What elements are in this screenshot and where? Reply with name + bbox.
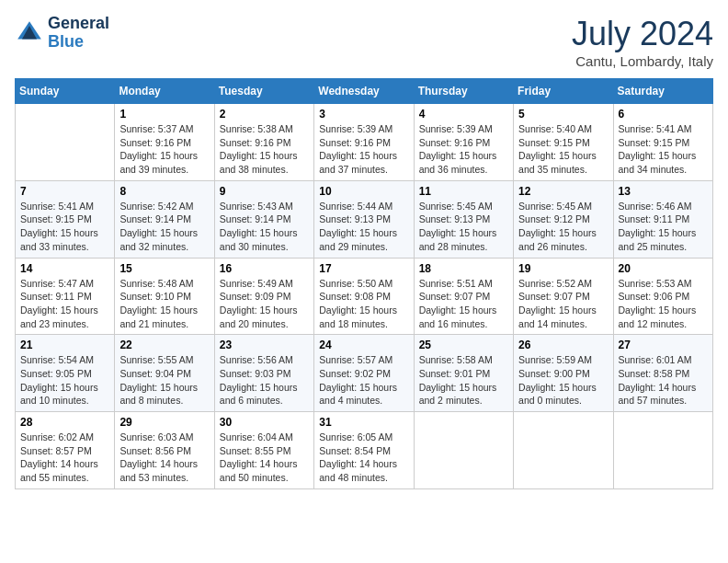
day-info: Sunrise: 5:43 AMSunset: 9:14 PMDaylight:… bbox=[220, 200, 309, 254]
day-info: Sunrise: 5:49 AMSunset: 9:09 PMDaylight:… bbox=[220, 277, 309, 331]
day-number: 22 bbox=[119, 339, 209, 351]
day-number: 12 bbox=[518, 185, 608, 198]
week-row-3: 14Sunrise: 5:47 AMSunset: 9:11 PMDayligh… bbox=[16, 258, 713, 335]
day-info: Sunrise: 5:41 AMSunset: 9:15 PMDaylight:… bbox=[619, 122, 708, 177]
day-number: 1 bbox=[119, 108, 209, 121]
day-info: Sunrise: 5:51 AMSunset: 9:07 PMDaylight:… bbox=[419, 277, 508, 331]
day-info: Sunrise: 5:44 AMSunset: 9:13 PMDaylight:… bbox=[319, 200, 408, 254]
day-number: 17 bbox=[319, 262, 408, 275]
weekday-header-saturday: Saturday bbox=[613, 79, 712, 104]
calendar-cell: 31Sunrise: 6:05 AMSunset: 8:54 PMDayligh… bbox=[314, 412, 414, 489]
day-info: Sunrise: 5:45 AMSunset: 9:12 PMDaylight:… bbox=[518, 200, 608, 254]
calendar-cell: 3Sunrise: 5:39 AMSunset: 9:16 PMDaylight… bbox=[314, 104, 414, 181]
day-number: 4 bbox=[419, 108, 508, 121]
day-number: 15 bbox=[119, 262, 209, 275]
calendar-cell bbox=[514, 412, 613, 489]
day-info: Sunrise: 5:39 AMSunset: 9:16 PMDaylight:… bbox=[319, 122, 408, 177]
calendar-cell: 24Sunrise: 5:57 AMSunset: 9:02 PMDayligh… bbox=[314, 335, 414, 412]
day-number: 10 bbox=[319, 185, 408, 198]
day-info: Sunrise: 5:37 AMSunset: 9:16 PMDaylight:… bbox=[119, 122, 209, 177]
calendar-cell: 27Sunrise: 6:01 AMSunset: 8:58 PMDayligh… bbox=[613, 335, 712, 412]
day-info: Sunrise: 5:47 AMSunset: 9:11 PMDaylight:… bbox=[20, 277, 109, 331]
calendar-cell: 17Sunrise: 5:50 AMSunset: 9:08 PMDayligh… bbox=[314, 258, 414, 335]
weekday-header-thursday: Thursday bbox=[414, 79, 513, 104]
day-number: 23 bbox=[220, 339, 309, 351]
day-info: Sunrise: 5:45 AMSunset: 9:13 PMDaylight:… bbox=[419, 200, 508, 254]
day-number: 16 bbox=[220, 262, 309, 275]
day-number: 26 bbox=[518, 339, 608, 351]
calendar-cell: 8Sunrise: 5:42 AMSunset: 9:14 PMDaylight… bbox=[115, 180, 214, 258]
day-info: Sunrise: 5:58 AMSunset: 9:01 PMDaylight:… bbox=[419, 353, 508, 408]
day-number: 14 bbox=[20, 262, 109, 275]
day-info: Sunrise: 5:55 AMSunset: 9:04 PMDaylight:… bbox=[119, 353, 209, 408]
calendar-cell: 15Sunrise: 5:48 AMSunset: 9:10 PMDayligh… bbox=[115, 258, 214, 335]
calendar-cell: 29Sunrise: 6:03 AMSunset: 8:56 PMDayligh… bbox=[115, 412, 214, 489]
day-number: 8 bbox=[119, 185, 209, 198]
day-info: Sunrise: 5:48 AMSunset: 9:10 PMDaylight:… bbox=[119, 277, 209, 331]
calendar-cell: 21Sunrise: 5:54 AMSunset: 9:05 PMDayligh… bbox=[16, 335, 115, 412]
calendar-cell bbox=[16, 104, 115, 181]
day-number: 6 bbox=[619, 108, 708, 121]
day-number: 3 bbox=[319, 108, 408, 121]
day-info: Sunrise: 5:53 AMSunset: 9:06 PMDaylight:… bbox=[619, 277, 708, 331]
day-number: 21 bbox=[20, 339, 109, 351]
week-row-5: 28Sunrise: 6:02 AMSunset: 8:57 PMDayligh… bbox=[16, 412, 713, 489]
day-number: 19 bbox=[518, 262, 608, 275]
calendar-cell: 30Sunrise: 6:04 AMSunset: 8:55 PMDayligh… bbox=[214, 412, 313, 489]
week-row-2: 7Sunrise: 5:41 AMSunset: 9:15 PMDaylight… bbox=[16, 180, 713, 258]
month-title: July 2024 bbox=[572, 15, 713, 53]
calendar-cell: 22Sunrise: 5:55 AMSunset: 9:04 PMDayligh… bbox=[115, 335, 214, 412]
day-number: 27 bbox=[619, 339, 708, 351]
calendar-cell: 14Sunrise: 5:47 AMSunset: 9:11 PMDayligh… bbox=[16, 258, 115, 335]
day-number: 13 bbox=[619, 185, 708, 198]
day-info: Sunrise: 5:46 AMSunset: 9:11 PMDaylight:… bbox=[619, 200, 708, 254]
calendar-cell: 5Sunrise: 5:40 AMSunset: 9:15 PMDaylight… bbox=[514, 104, 613, 181]
day-info: Sunrise: 5:39 AMSunset: 9:16 PMDaylight:… bbox=[419, 122, 508, 177]
day-info: Sunrise: 6:02 AMSunset: 8:57 PMDaylight:… bbox=[20, 431, 109, 485]
day-info: Sunrise: 5:56 AMSunset: 9:03 PMDaylight:… bbox=[220, 353, 309, 408]
day-number: 11 bbox=[419, 185, 508, 198]
day-info: Sunrise: 5:42 AMSunset: 9:14 PMDaylight:… bbox=[119, 200, 209, 254]
week-row-1: 1Sunrise: 5:37 AMSunset: 9:16 PMDaylight… bbox=[16, 104, 713, 181]
week-row-4: 21Sunrise: 5:54 AMSunset: 9:05 PMDayligh… bbox=[16, 335, 713, 412]
logo-icon bbox=[15, 18, 44, 48]
day-info: Sunrise: 6:05 AMSunset: 8:54 PMDaylight:… bbox=[319, 431, 408, 485]
weekday-header-sunday: Sunday bbox=[16, 79, 115, 104]
calendar-cell: 26Sunrise: 5:59 AMSunset: 9:00 PMDayligh… bbox=[514, 335, 613, 412]
day-number: 5 bbox=[518, 108, 608, 121]
day-info: Sunrise: 5:52 AMSunset: 9:07 PMDaylight:… bbox=[518, 277, 608, 331]
calendar-cell: 6Sunrise: 5:41 AMSunset: 9:15 PMDaylight… bbox=[613, 104, 712, 181]
calendar-cell: 28Sunrise: 6:02 AMSunset: 8:57 PMDayligh… bbox=[16, 412, 115, 489]
logo-text: General Blue bbox=[48, 15, 109, 52]
calendar-cell: 25Sunrise: 5:58 AMSunset: 9:01 PMDayligh… bbox=[414, 335, 513, 412]
calendar-cell: 4Sunrise: 5:39 AMSunset: 9:16 PMDaylight… bbox=[414, 104, 513, 181]
day-number: 2 bbox=[220, 108, 309, 121]
day-number: 7 bbox=[20, 185, 109, 198]
title-block: July 2024 Cantu, Lombardy, Italy bbox=[572, 15, 713, 69]
weekday-header-wednesday: Wednesday bbox=[314, 79, 414, 104]
day-number: 24 bbox=[319, 339, 408, 351]
calendar-cell: 2Sunrise: 5:38 AMSunset: 9:16 PMDaylight… bbox=[214, 104, 313, 181]
day-info: Sunrise: 6:03 AMSunset: 8:56 PMDaylight:… bbox=[119, 431, 209, 485]
calendar-cell: 18Sunrise: 5:51 AMSunset: 9:07 PMDayligh… bbox=[414, 258, 513, 335]
location-title: Cantu, Lombardy, Italy bbox=[572, 53, 713, 69]
calendar-cell bbox=[613, 412, 712, 489]
page-header: General Blue July 2024 Cantu, Lombardy, … bbox=[15, 15, 713, 69]
day-info: Sunrise: 5:50 AMSunset: 9:08 PMDaylight:… bbox=[319, 277, 408, 331]
day-info: Sunrise: 5:59 AMSunset: 9:00 PMDaylight:… bbox=[518, 353, 608, 408]
calendar-cell: 7Sunrise: 5:41 AMSunset: 9:15 PMDaylight… bbox=[16, 180, 115, 258]
day-number: 20 bbox=[619, 262, 708, 275]
day-number: 31 bbox=[319, 416, 408, 429]
day-number: 25 bbox=[419, 339, 508, 351]
calendar-table: SundayMondayTuesdayWednesdayThursdayFrid… bbox=[15, 78, 713, 489]
day-info: Sunrise: 6:01 AMSunset: 8:58 PMDaylight:… bbox=[619, 353, 708, 408]
day-info: Sunrise: 5:57 AMSunset: 9:02 PMDaylight:… bbox=[319, 353, 408, 408]
calendar-cell: 11Sunrise: 5:45 AMSunset: 9:13 PMDayligh… bbox=[414, 180, 513, 258]
day-number: 28 bbox=[20, 416, 109, 429]
calendar-cell: 10Sunrise: 5:44 AMSunset: 9:13 PMDayligh… bbox=[314, 180, 414, 258]
day-info: Sunrise: 5:54 AMSunset: 9:05 PMDaylight:… bbox=[20, 353, 109, 408]
day-number: 18 bbox=[419, 262, 508, 275]
calendar-cell: 12Sunrise: 5:45 AMSunset: 9:12 PMDayligh… bbox=[514, 180, 613, 258]
calendar-cell: 23Sunrise: 5:56 AMSunset: 9:03 PMDayligh… bbox=[214, 335, 313, 412]
weekday-header-row: SundayMondayTuesdayWednesdayThursdayFrid… bbox=[16, 79, 713, 104]
